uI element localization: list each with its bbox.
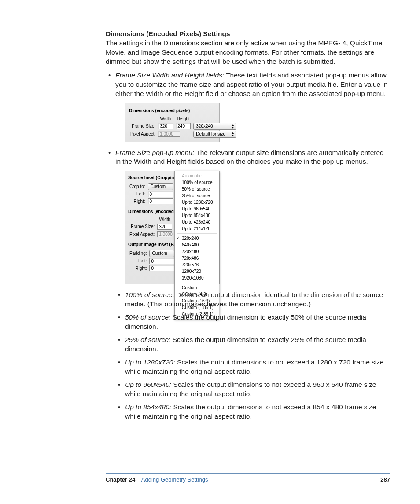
popup-arrows-icon: ▴▾ <box>231 124 235 129</box>
page-number: 287 <box>380 476 390 483</box>
definition-term: 50% of source: <box>125 313 170 321</box>
definition-item: Up to 854x480: Scales the output dimensi… <box>115 403 390 421</box>
pixel-aspect-label: Pixel Aspect: <box>128 230 156 238</box>
pixel-aspect-popup[interactable]: Default for size▴▾ <box>193 131 236 138</box>
width-input[interactable]: 320 <box>158 123 173 129</box>
bullet-term: Frame Size Width and Height fields: <box>115 71 224 79</box>
dropdown-item[interactable]: 320x240 <box>175 235 219 242</box>
dropdown-item[interactable]: 100% of source <box>175 179 219 186</box>
left-label: Left: <box>128 258 148 265</box>
dropdown-item[interactable]: Up to 214x120 <box>175 225 219 232</box>
chapter-title: Adding Geometry Settings <box>141 476 208 483</box>
frame-size-label: Frame Size: <box>129 122 157 130</box>
pad-right-input[interactable]: 0 <box>149 265 175 271</box>
dropdown-item[interactable]: Up to 1280x720 <box>175 199 219 206</box>
crop-to-popup[interactable]: Custom <box>148 183 173 190</box>
crop-to-label: Crop to: <box>128 183 147 191</box>
dimensions-panel: Dimensions (encoded pixels) Width Height… <box>125 103 220 142</box>
dropdown-item[interactable]: Custom <box>175 284 219 291</box>
panel-section-title: Dimensions (encoded pixels) <box>129 108 216 114</box>
definition-item: 100% of source: Defines an output dimens… <box>115 291 390 309</box>
dropdown-item[interactable]: 720x576 <box>175 261 219 268</box>
intro-paragraph: The settings in the Dimensions section a… <box>106 39 390 66</box>
dropdown-item[interactable]: 25% of source <box>175 192 219 199</box>
definition-item: 25% of source: Scales the output dimensi… <box>115 335 390 354</box>
dropdown-item[interactable]: Up to 960x540 <box>175 206 219 212</box>
frame-size-popup[interactable]: 320x240▴▾ <box>193 123 236 130</box>
popup-arrows-icon: ▴▾ <box>231 132 235 137</box>
width-col-header: Width <box>156 216 173 223</box>
width-col-header: Width <box>157 115 174 122</box>
left-label: Left: <box>128 191 147 198</box>
right-label: Right: <box>128 198 147 205</box>
dropdown-item[interactable]: 720x480 <box>175 248 219 255</box>
bullet-frame-size-popup: Frame Size pop-up menu: The relevant out… <box>106 148 390 421</box>
definition-item: Up to 960x540: Scales the output dimensi… <box>115 380 390 399</box>
right-label: Right: <box>128 265 148 272</box>
dropdown-item[interactable]: 1280x720 <box>175 268 219 275</box>
dropdown-item[interactable]: Up to 428x240 <box>175 219 219 225</box>
pixel-aspect-input: 1.0000 <box>157 231 172 237</box>
dropdown-item[interactable]: Automatic <box>175 173 219 179</box>
bullet-term: Frame Size pop-up menu: <box>115 149 194 156</box>
dropdown-item[interactable]: 640x480 <box>175 242 219 248</box>
width-input[interactable]: 320 <box>157 224 172 230</box>
pixel-aspect-label: Pixel Aspect: <box>129 130 157 138</box>
definition-term: 100% of source: <box>125 291 174 298</box>
padding-label: Padding: <box>128 250 148 258</box>
definition-item: Up to 1280x720: Scales the output dimens… <box>115 358 390 376</box>
chapter-label: Chapter 24 <box>106 476 135 483</box>
definition-term: Up to 1280x720: <box>125 358 175 366</box>
page-footer: Chapter 24 Adding Geometry Settings 287 <box>0 473 420 483</box>
height-input[interactable]: 240 <box>176 123 191 129</box>
crop-right-input[interactable]: 0 <box>148 198 173 204</box>
height-col-header: Height <box>174 115 192 122</box>
dropdown-item[interactable]: 1920x1080 <box>175 275 219 281</box>
dropdown-item[interactable]: Up to 854x480 <box>175 212 219 219</box>
crop-left-input[interactable]: 0 <box>148 191 173 197</box>
frame-size-label: Frame Size: <box>128 223 156 231</box>
definition-term: Up to 854x480: <box>125 403 171 411</box>
pad-left-input[interactable]: 0 <box>149 258 175 264</box>
dropdown-item[interactable]: 50% of source <box>175 186 219 192</box>
section-heading: Dimensions (Encoded Pixels) Settings <box>106 30 390 38</box>
definition-item: 50% of source: Scales the output dimensi… <box>115 313 390 331</box>
dropdown-item[interactable]: 720x486 <box>175 255 219 261</box>
padding-popup[interactable]: Custom <box>149 250 175 257</box>
definition-term: Up to 960x540: <box>125 381 171 388</box>
definition-term: 25% of source: <box>125 336 170 343</box>
pixel-aspect-input: 1.0000 <box>158 131 180 137</box>
bullet-frame-size-fields: Frame Size Width and Height fields: Thes… <box>106 71 390 142</box>
